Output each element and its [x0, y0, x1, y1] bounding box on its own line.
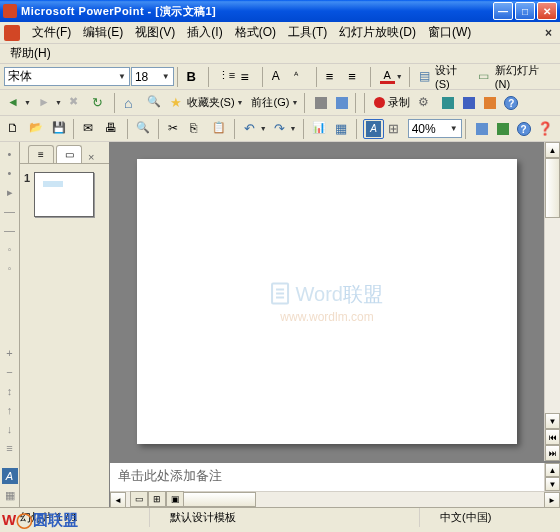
text-style-button[interactable] — [363, 119, 384, 139]
numbered-list-button[interactable] — [215, 67, 236, 87]
macro-tool2-button[interactable] — [438, 93, 458, 113]
font-size-combo[interactable]: 18▼ — [131, 67, 174, 86]
vertical-scrollbar[interactable]: ▲ ▼ ⏮ ⏭ — [544, 142, 560, 461]
scroll-right-button[interactable]: ► — [544, 492, 560, 508]
vtool-6[interactable]: ◦ — [2, 241, 18, 257]
undo-button[interactable]: ▼ — [241, 119, 270, 139]
redo-button[interactable]: ▼ — [271, 119, 300, 139]
paste-button[interactable] — [209, 119, 230, 139]
new-slide-button[interactable]: 新幻灯片(N) — [475, 67, 556, 87]
zoom-value: 40% — [412, 122, 436, 136]
scroll-down-button[interactable]: ▼ — [545, 413, 560, 429]
menu-window[interactable]: 窗口(W) — [422, 22, 477, 43]
zoom-combo[interactable]: 40%▼ — [408, 119, 462, 138]
nav-misc1-button[interactable] — [311, 93, 331, 113]
next-slide-button[interactable]: ⏭ — [545, 445, 560, 461]
new-doc-button[interactable] — [4, 119, 25, 139]
research-button[interactable] — [133, 119, 154, 139]
notes-scroll-up[interactable]: ▲ — [545, 463, 560, 477]
search-button[interactable] — [144, 93, 166, 113]
prev-slide-button[interactable]: ⏮ — [545, 429, 560, 445]
font-color-button[interactable]: ▼ — [377, 67, 406, 87]
slide-canvas[interactable]: Word联盟 www.wordlm.com — [110, 142, 544, 461]
copy-button[interactable] — [187, 119, 208, 139]
bold-button[interactable] — [184, 67, 205, 87]
align-center-button[interactable] — [345, 67, 366, 87]
menu-format[interactable]: 格式(O) — [229, 22, 282, 43]
vtool-14[interactable]: ▦ — [2, 487, 18, 503]
extra3-button[interactable] — [535, 119, 556, 139]
color-layout-button[interactable] — [385, 119, 406, 139]
menu-tools[interactable]: 工具(T) — [282, 22, 333, 43]
vtool-10[interactable]: ↕ — [2, 383, 18, 399]
notes-scrollbar[interactable]: ▲ ▼ — [544, 463, 560, 491]
vtool-2[interactable]: • — [2, 165, 18, 181]
menu-slideshow[interactable]: 幻灯片放映(D) — [333, 22, 422, 43]
open-button[interactable] — [26, 119, 47, 139]
menu-help[interactable]: 帮助(H) — [10, 45, 51, 62]
menu-insert[interactable]: 插入(I) — [181, 22, 228, 43]
sorter-view-button[interactable]: ⊞ — [148, 491, 166, 507]
slideshow-view-button[interactable]: ▣ — [166, 491, 184, 507]
slide[interactable]: Word联盟 www.wordlm.com — [137, 159, 517, 444]
thumbnail-item[interactable]: 1 — [24, 172, 105, 217]
slides-tab[interactable]: ▭ — [56, 145, 82, 163]
macro-tool4-button[interactable] — [480, 93, 500, 113]
back-button[interactable]: ▼ — [4, 93, 34, 113]
vtool-7[interactable]: ◦ — [2, 260, 18, 276]
close-button[interactable]: ✕ — [537, 2, 557, 20]
nav-misc2-button[interactable] — [332, 93, 352, 113]
notes-scroll-down[interactable]: ▼ — [545, 477, 560, 491]
extra2-button[interactable] — [493, 119, 513, 139]
save-button[interactable] — [49, 119, 70, 139]
macro-tool1-button[interactable] — [415, 93, 437, 113]
vtool-9[interactable]: − — [2, 364, 18, 380]
mail-button[interactable] — [80, 119, 101, 139]
stop-button[interactable] — [66, 93, 88, 113]
tab-close-button[interactable]: × — [88, 151, 94, 163]
bulleted-list-button[interactable] — [237, 67, 258, 87]
insert-chart-button[interactable] — [309, 119, 330, 139]
refresh-button[interactable] — [89, 93, 111, 113]
menu-file[interactable]: 文件(F) — [26, 22, 77, 43]
menu-view[interactable]: 视图(V) — [129, 22, 181, 43]
insert-table-button[interactable] — [332, 119, 353, 139]
vtool-12[interactable]: ↓ — [2, 421, 18, 437]
toolbar-help-button[interactable] — [501, 93, 521, 113]
scroll-left-button[interactable]: ◄ — [110, 492, 126, 508]
document-close-button[interactable]: × — [541, 26, 556, 40]
extra1-button[interactable] — [472, 119, 492, 139]
help-button[interactable] — [514, 119, 534, 139]
print-button[interactable] — [102, 119, 123, 139]
minimize-button[interactable]: — — [493, 2, 513, 20]
maximize-button[interactable]: □ — [515, 2, 535, 20]
scroll-up-button[interactable]: ▲ — [545, 142, 560, 158]
vtool-11[interactable]: ↑ — [2, 402, 18, 418]
slide-thumbnail[interactable] — [34, 172, 94, 217]
vtool-4[interactable]: — — [2, 203, 18, 219]
vtool-3[interactable]: ▸ — [2, 184, 18, 200]
vtool-13[interactable]: ≡ — [2, 440, 18, 456]
home-button[interactable] — [121, 93, 143, 113]
go-button[interactable]: 前往(G)▼ — [247, 93, 301, 113]
watermark: Word联盟 www.wordlm.com — [271, 280, 383, 323]
increase-font-button[interactable] — [269, 67, 290, 87]
menu-edit[interactable]: 编辑(E) — [77, 22, 129, 43]
cut-button[interactable] — [165, 119, 186, 139]
decrease-font-button[interactable] — [291, 67, 312, 87]
vtool-5[interactable]: — — [2, 222, 18, 238]
forward-button[interactable]: ▼ — [35, 93, 65, 113]
notes-input[interactable]: 单击此处添加备注 — [110, 463, 544, 491]
macro-tool3-button[interactable] — [459, 93, 479, 113]
vtool-1[interactable]: • — [2, 146, 18, 162]
favorites-button[interactable]: 收藏夹(S)▼ — [167, 93, 247, 113]
align-left-button[interactable] — [323, 67, 344, 87]
vtool-8[interactable]: + — [2, 345, 18, 361]
font-combo[interactable]: 宋体▼ — [4, 67, 130, 86]
scroll-thumb[interactable] — [545, 158, 560, 218]
outline-tab[interactable]: ≡ — [28, 145, 54, 163]
record-button[interactable]: 录制 — [371, 93, 414, 113]
vtool-aa[interactable]: A — [2, 468, 18, 484]
design-button[interactable]: 设计(S) — [416, 67, 475, 87]
normal-view-button[interactable]: ▭ — [130, 491, 148, 507]
